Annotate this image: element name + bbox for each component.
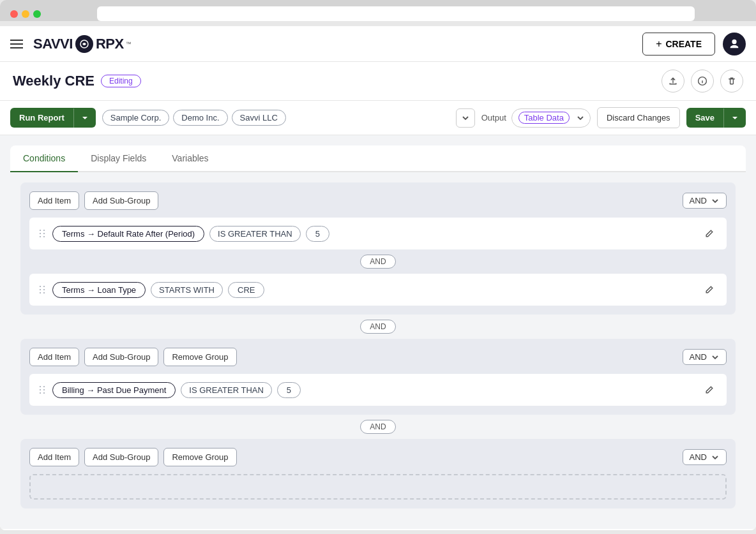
and-badge-groups-1: AND <box>360 320 395 334</box>
create-button[interactable]: + CREATE <box>642 33 715 56</box>
editing-badge: Editing <box>101 75 141 87</box>
output-badge-wrap[interactable]: Table Data <box>511 108 591 128</box>
outer-and-label: AND <box>690 196 707 205</box>
sub1-add-sub-group-button[interactable]: Add Sub-Group <box>84 348 158 366</box>
sub1-edit-condition-0[interactable] <box>700 380 719 399</box>
condition-operator-0: IS GREATER THAN <box>209 226 301 242</box>
sub-group-1: Add Item Add Sub-Group Remove Group AND … <box>20 339 736 415</box>
logo-icon <box>75 35 93 53</box>
tab-display-fields[interactable]: Display Fields <box>78 145 159 172</box>
and-badge-between-groups-2: AND <box>20 415 736 439</box>
outer-add-sub-group-button[interactable]: Add Sub-Group <box>84 191 158 210</box>
and-badge-between-rows-1: AND <box>29 249 727 274</box>
condition-value-0: 5 <box>306 226 329 242</box>
sub1-add-item-button[interactable]: Add Item <box>29 348 79 366</box>
condition-row-1: Terms → Loan Type STARTS WITH CRE <box>29 274 727 306</box>
sub1-and-label: AND <box>690 352 707 362</box>
sub-group-2: Add Item Add Sub-Group Remove Group AND <box>20 439 736 508</box>
company-tag-2[interactable]: Savvi LLC <box>232 110 286 126</box>
and-badge-groups-2: AND <box>360 420 395 434</box>
condition-row-0: Terms → Default Rate After (Period) IS G… <box>29 218 727 249</box>
and-badge: AND <box>360 255 395 269</box>
plus-icon: + <box>656 38 662 50</box>
drag-handle-0[interactable] <box>37 228 47 239</box>
save-label: Save <box>686 108 723 128</box>
sub1-remove-group-button[interactable]: Remove Group <box>163 348 236 366</box>
sub2-add-item-button[interactable]: Add Item <box>29 448 79 466</box>
logo-text-right: RPX <box>96 36 124 52</box>
save-dropdown[interactable] <box>723 108 746 128</box>
company-tags: Sample Corp. Demo Inc. Savvi LLC <box>102 110 450 126</box>
sub1-condition-value-0: 5 <box>277 382 301 398</box>
output-value: Table Data <box>518 112 570 124</box>
company-tag-1[interactable]: Demo Inc. <box>173 110 227 126</box>
sub1-condition-field-0: Billing → Past Due Payment <box>52 382 176 398</box>
sub-group-2-toolbar: Add Item Add Sub-Group Remove Group AND <box>29 448 727 466</box>
create-label: CREATE <box>665 39 702 49</box>
sub2-add-sub-group-button[interactable]: Add Sub-Group <box>84 448 158 466</box>
condition-value-1: CRE <box>228 282 264 298</box>
delete-button[interactable] <box>720 70 743 93</box>
tab-conditions[interactable]: Conditions <box>10 145 78 172</box>
output-section: Output Table Data <box>481 108 591 128</box>
outer-group-toolbar: Add Item Add Sub-Group AND <box>29 191 727 210</box>
tab-variables[interactable]: Variables <box>159 145 221 172</box>
sub1-and-dropdown[interactable]: AND <box>683 349 727 365</box>
hamburger-menu[interactable] <box>10 40 23 48</box>
sub-group-1-toolbar: Add Item Add Sub-Group Remove Group AND <box>29 348 727 366</box>
address-bar[interactable]: savvi-rpx.com <box>97 6 695 21</box>
drag-handle-1[interactable] <box>37 285 47 295</box>
discard-changes-button[interactable]: Discard Changes <box>597 107 680 128</box>
avatar-button[interactable] <box>723 33 746 56</box>
logo: SAVVI RPX ™ <box>33 35 132 53</box>
and-badge-between-groups-1: AND <box>20 315 736 339</box>
outer-group: Add Item Add Sub-Group AND Terms → Defau… <box>20 182 736 315</box>
logo-text-left: SAVVI <box>33 36 73 52</box>
output-label: Output <box>481 113 506 122</box>
sub2-and-label: AND <box>690 452 707 462</box>
sub2-empty-area <box>29 474 727 500</box>
edit-condition-0[interactable] <box>700 224 719 243</box>
condition-field-0: Terms → Default Rate After (Period) <box>52 226 204 242</box>
run-report-label: Run Report <box>10 108 73 128</box>
sub1-condition-operator-0: IS GREATER THAN <box>181 382 272 398</box>
edit-condition-1[interactable] <box>700 280 719 299</box>
run-report-button[interactable]: Run Report <box>10 108 96 128</box>
run-report-dropdown[interactable] <box>73 108 96 128</box>
condition-operator-1: STARTS WITH <box>151 282 223 298</box>
conditions-panel: Add Item Add Sub-Group AND Terms → Defau… <box>10 172 746 519</box>
output-chevron-icon <box>573 111 587 125</box>
save-button[interactable]: Save <box>686 108 746 128</box>
sub1-condition-row-0: Billing → Past Due Payment IS GREATER TH… <box>29 374 727 406</box>
outer-add-item-button[interactable]: Add Item <box>29 191 79 210</box>
outer-and-dropdown[interactable]: AND <box>683 193 727 209</box>
sub2-remove-group-button[interactable]: Remove Group <box>163 448 236 466</box>
sub1-drag-handle-0[interactable] <box>37 385 47 395</box>
tabs-container: Conditions Display Fields Variables <box>10 145 746 172</box>
share-button[interactable] <box>662 70 684 93</box>
condition-field-1: Terms → Loan Type <box>52 282 146 298</box>
page-title: Weekly CRE <box>13 73 94 89</box>
company-tag-0[interactable]: Sample Corp. <box>102 110 169 126</box>
companies-dropdown[interactable] <box>456 108 475 128</box>
sub2-and-dropdown[interactable]: AND <box>683 449 727 465</box>
info-button[interactable] <box>691 70 714 93</box>
